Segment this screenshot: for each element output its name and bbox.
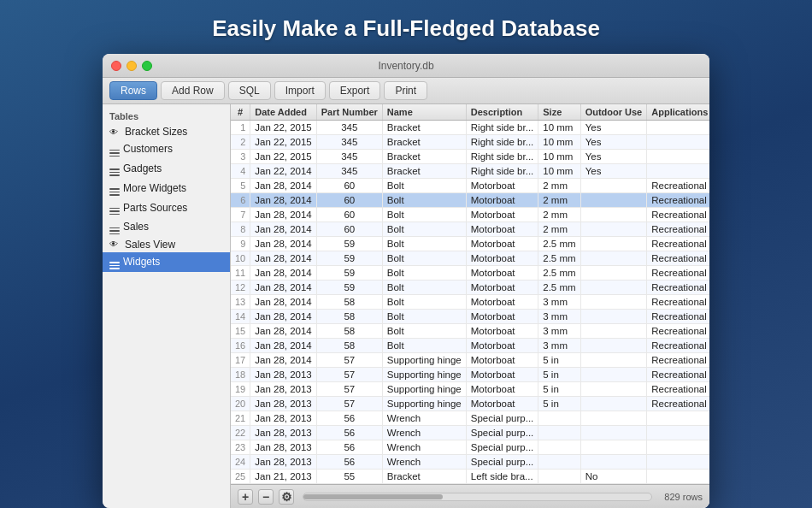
settings-button[interactable]: ⚙ bbox=[279, 489, 294, 505]
table-wrapper[interactable]: # Date Added Part Number Name Descriptio… bbox=[231, 104, 709, 484]
toolbar-btn-rows[interactable]: Rows bbox=[109, 81, 157, 100]
toolbar-btn-import[interactable]: Import bbox=[274, 81, 326, 100]
cell: Jan 28, 2014 bbox=[250, 281, 317, 295]
sidebar: Tables 👁Bracket SizesCustomersGadgetsMor… bbox=[103, 104, 231, 508]
cell: 5 in bbox=[538, 353, 580, 368]
table-row[interactable]: 21Jan 28, 201356WrenchSpecial purp... bbox=[231, 411, 709, 426]
table-row[interactable]: 16Jan 28, 201458BoltMotorboat3 mmRecreat… bbox=[231, 339, 709, 353]
minimize-button[interactable] bbox=[127, 61, 137, 71]
cell: 55 bbox=[316, 470, 382, 484]
table-row[interactable]: 20Jan 28, 201357Supporting hingeMotorboa… bbox=[231, 397, 709, 411]
cell: Wrench bbox=[382, 426, 466, 440]
cell: Motorboat bbox=[466, 382, 538, 397]
sidebar-item-widgets[interactable]: Widgets bbox=[103, 252, 230, 272]
sidebar-header: Tables bbox=[103, 109, 230, 123]
toolbar-btn-print[interactable]: Print bbox=[384, 81, 427, 100]
cell: Wrench bbox=[382, 411, 466, 426]
remove-row-button[interactable]: − bbox=[258, 489, 274, 505]
zoom-button[interactable] bbox=[142, 61, 152, 71]
cell: 57 bbox=[316, 382, 382, 397]
col-header-outdoor[interactable]: Outdoor Use bbox=[580, 104, 647, 121]
col-header-part[interactable]: Part Number bbox=[316, 104, 382, 121]
table-row[interactable]: 3Jan 22, 2015345BracketRight side br...1… bbox=[231, 150, 709, 164]
cell bbox=[580, 266, 647, 281]
table-row[interactable]: 22Jan 28, 201356WrenchSpecial purp... bbox=[231, 426, 709, 440]
col-header-size[interactable]: Size bbox=[538, 104, 580, 121]
close-button[interactable] bbox=[111, 61, 121, 71]
sidebar-item-sales-view[interactable]: 👁Sales View bbox=[103, 237, 230, 252]
sidebar-item-label: Gadgets bbox=[123, 162, 162, 174]
cell: Jan 28, 2014 bbox=[250, 266, 317, 281]
table-row[interactable]: 14Jan 28, 201458BoltMotorboat3 mmRecreat… bbox=[231, 310, 709, 324]
table-row[interactable]: 24Jan 28, 201356WrenchSpecial purp... bbox=[231, 455, 709, 470]
sidebar-item-bracket-sizes[interactable]: 👁Bracket Sizes bbox=[103, 124, 230, 139]
col-header-num[interactable]: # bbox=[231, 104, 250, 121]
table-row[interactable]: 10Jan 28, 201459BoltMotorboat2.5 mmRecre… bbox=[231, 251, 709, 266]
sidebar-item-sales[interactable]: Sales bbox=[103, 217, 230, 237]
table-row[interactable]: 23Jan 28, 201356WrenchSpecial purp... bbox=[231, 440, 709, 455]
cell: Special purp... bbox=[466, 411, 538, 426]
sidebar-item-gadgets[interactable]: Gadgets bbox=[103, 159, 230, 179]
cell: Jan 28, 2013 bbox=[250, 440, 317, 455]
cell bbox=[580, 455, 647, 470]
cell: 1 bbox=[231, 121, 250, 135]
table-row[interactable]: 25Jan 21, 201355BracketLeft side bra...N… bbox=[231, 470, 709, 484]
cell: Jan 28, 2014 bbox=[250, 222, 317, 237]
table-row[interactable]: 15Jan 28, 201458BoltMotorboat3 mmRecreat… bbox=[231, 324, 709, 339]
toolbar-btn-add-row[interactable]: Add Row bbox=[161, 81, 225, 100]
toolbar-btn-export[interactable]: Export bbox=[329, 81, 381, 100]
cell: 2.5 mm bbox=[538, 237, 580, 251]
cell bbox=[580, 222, 647, 237]
cell bbox=[580, 353, 647, 368]
eye-icon: 👁 bbox=[109, 127, 121, 137]
cell: Recreational bbox=[647, 237, 709, 251]
cell: Jan 22, 2014 bbox=[250, 164, 317, 179]
cell: 10 bbox=[231, 251, 250, 266]
table-row[interactable]: 5Jan 28, 201460BoltMotorboat2 mmRecreati… bbox=[231, 179, 709, 193]
sidebar-item-more-widgets[interactable]: More Widgets bbox=[103, 179, 230, 198]
cell: 9 bbox=[231, 237, 250, 251]
table-row[interactable]: 4Jan 22, 2014345BracketRight side br...1… bbox=[231, 164, 709, 179]
cell bbox=[580, 281, 647, 295]
cell: 56 bbox=[316, 411, 382, 426]
cell: Right side br... bbox=[466, 135, 538, 150]
table-body: 1Jan 22, 2015345BracketRight side br...1… bbox=[231, 121, 709, 485]
cell: Recreational bbox=[647, 310, 709, 324]
table-row[interactable]: 11Jan 28, 201459BoltMotorboat2.5 mmRecre… bbox=[231, 266, 709, 281]
toolbar-btn-sql[interactable]: SQL bbox=[228, 81, 271, 100]
sidebar-item-parts-sources[interactable]: Parts Sources bbox=[103, 198, 230, 217]
add-row-button[interactable]: + bbox=[238, 489, 253, 505]
table-row[interactable]: 8Jan 28, 201460BoltMotorboat2 mmRecreati… bbox=[231, 222, 709, 237]
table-row[interactable]: 7Jan 28, 201460BoltMotorboat2 mmRecreati… bbox=[231, 208, 709, 222]
table-row[interactable]: 13Jan 28, 201458BoltMotorboat3 mmRecreat… bbox=[231, 295, 709, 310]
table-row[interactable]: 6Jan 28, 201460BoltMotorboat2 mmRecreati… bbox=[231, 193, 709, 208]
col-header-desc[interactable]: Description bbox=[466, 104, 538, 121]
col-header-app[interactable]: Applications bbox=[647, 104, 709, 121]
cell: Jan 28, 2013 bbox=[250, 455, 317, 470]
table-row[interactable]: 12Jan 28, 201459BoltMotorboat2.5 mmRecre… bbox=[231, 281, 709, 295]
cell: Supporting hinge bbox=[382, 382, 466, 397]
table-row[interactable]: 18Jan 28, 201357Supporting hingeMotorboa… bbox=[231, 368, 709, 382]
cell: 10 mm bbox=[538, 135, 580, 150]
cell: Bracket bbox=[382, 150, 466, 164]
cell: 2.5 mm bbox=[538, 266, 580, 281]
cell: 3 bbox=[231, 150, 250, 164]
cell: Recreational bbox=[647, 281, 709, 295]
table-row[interactable]: 17Jan 28, 201457Supporting hingeMotorboa… bbox=[231, 353, 709, 368]
cell: 25 bbox=[231, 470, 250, 484]
cell: Wrench bbox=[382, 440, 466, 455]
table-row[interactable]: 2Jan 22, 2015345BracketRight side br...1… bbox=[231, 135, 709, 150]
table-row[interactable]: 19Jan 28, 201357Supporting hingeMotorboa… bbox=[231, 382, 709, 397]
table-row[interactable]: 9Jan 28, 201459BoltMotorboat2.5 mmRecrea… bbox=[231, 237, 709, 251]
cell bbox=[647, 470, 709, 484]
col-header-name[interactable]: Name bbox=[382, 104, 466, 121]
sidebar-item-customers[interactable]: Customers bbox=[103, 139, 230, 159]
col-header-date[interactable]: Date Added bbox=[250, 104, 317, 121]
cell: Jan 21, 2013 bbox=[250, 470, 317, 484]
horizontal-scrollbar[interactable] bbox=[303, 493, 652, 501]
cell: Bracket bbox=[382, 121, 466, 135]
cell: 3 mm bbox=[538, 324, 580, 339]
table-row[interactable]: 1Jan 22, 2015345BracketRight side br...1… bbox=[231, 121, 709, 135]
cell: Motorboat bbox=[466, 397, 538, 411]
list-icon bbox=[109, 161, 120, 177]
